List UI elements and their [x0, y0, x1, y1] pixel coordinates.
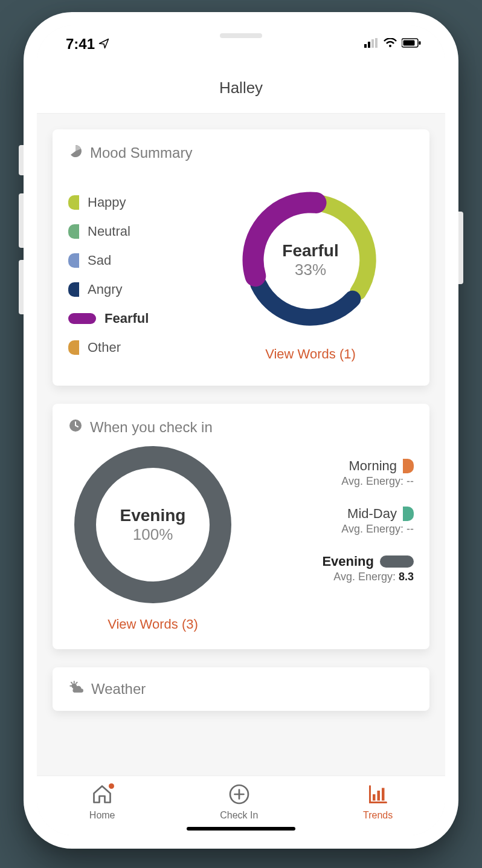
swatch-icon	[68, 195, 79, 210]
svg-rect-13	[382, 788, 385, 801]
weather-icon	[68, 679, 84, 699]
swatch-icon	[403, 459, 414, 473]
nav-trends[interactable]: Trends	[363, 783, 393, 821]
svg-rect-3	[375, 38, 378, 48]
legend-item-evening[interactable]: Evening Avg. Energy: 8.3	[249, 554, 414, 583]
legend-item-midday[interactable]: Mid-Day Avg. Energy: --	[249, 506, 414, 536]
energy-value: --	[406, 475, 414, 487]
card-title: When you check in	[90, 419, 213, 436]
donut-center-label: Evening	[120, 506, 186, 525]
legend-label: Evening	[322, 554, 374, 569]
svg-rect-1	[368, 42, 370, 48]
legend-label: Morning	[349, 458, 397, 474]
legend-item-sad[interactable]: Sad	[68, 253, 195, 268]
card-title-row: Weather	[68, 679, 414, 699]
phone-side-button	[458, 212, 463, 284]
card-title-row: When you check in	[68, 418, 414, 436]
notification-dot-icon	[109, 783, 114, 789]
page-title: Halley	[37, 63, 445, 114]
nav-checkin[interactable]: Check In	[220, 783, 258, 821]
donut-center-label: Fearful	[282, 241, 338, 261]
swatch-icon	[68, 224, 79, 239]
phone-side-button	[19, 145, 24, 175]
checkin-donut-chart[interactable]: Evening 100%	[74, 446, 231, 603]
home-icon	[91, 783, 113, 808]
card-title-row: Mood Summary	[68, 144, 414, 162]
svg-rect-6	[403, 40, 415, 46]
mood-summary-card: Mood Summary Happy Neutral	[53, 129, 429, 386]
energy-value: --	[406, 523, 414, 535]
swatch-icon	[380, 555, 414, 568]
status-bar: 7:41	[37, 25, 445, 63]
clock-icon	[68, 418, 83, 436]
swatch-icon	[68, 253, 79, 268]
card-title: Weather	[91, 681, 146, 698]
swatch-icon	[68, 282, 79, 297]
status-time: 7:41	[66, 36, 109, 53]
legend-label: Other	[88, 340, 121, 355]
legend-item-fearful[interactable]: Fearful	[68, 311, 195, 326]
legend-item-other[interactable]: Other	[68, 340, 195, 355]
nav-home[interactable]: Home	[89, 783, 115, 821]
legend-label: Sad	[88, 253, 111, 268]
weather-card: Weather	[53, 667, 429, 711]
view-words-link[interactable]: View Words (1)	[265, 346, 356, 362]
svg-rect-12	[377, 791, 380, 801]
legend-sub: Avg. Energy: --	[249, 523, 414, 536]
mood-legend: Happy Neutral Sad Angry	[68, 172, 195, 369]
legend-sub: Avg. Energy: 8.3	[249, 571, 414, 583]
legend-label: Angry	[88, 282, 122, 297]
svg-rect-2	[371, 39, 374, 48]
bar-chart-icon	[367, 783, 389, 808]
svg-rect-11	[373, 794, 376, 801]
page-title-text: Halley	[219, 79, 263, 97]
nav-label: Home	[89, 810, 115, 821]
plus-circle-icon	[228, 783, 250, 808]
energy-value: 8.3	[399, 571, 414, 583]
phone-notch	[172, 25, 310, 46]
legend-label: Mid-Day	[347, 506, 397, 522]
legend-label: Neutral	[88, 224, 130, 239]
donut-center-pct: 100%	[133, 525, 173, 544]
legend-item-angry[interactable]: Angry	[68, 282, 195, 297]
mood-donut-chart[interactable]: Fearful 33%	[235, 184, 386, 335]
legend-item-happy[interactable]: Happy	[68, 195, 195, 210]
swatch-icon	[403, 507, 414, 521]
screen: 7:41 Halley	[37, 25, 445, 835]
legend-item-neutral[interactable]: Neutral	[68, 224, 195, 239]
phone-side-button	[19, 193, 24, 248]
home-indicator[interactable]	[187, 827, 295, 831]
battery-icon	[402, 38, 421, 50]
nav-label: Check In	[220, 810, 258, 821]
clock-text: 7:41	[66, 36, 95, 53]
donut-center-pct: 33%	[295, 261, 326, 279]
legend-sub: Avg. Energy: --	[249, 475, 414, 488]
cellular-icon	[364, 38, 379, 50]
svg-rect-7	[419, 41, 421, 45]
bottom-nav: Home Check In Trends	[37, 776, 445, 835]
svg-point-4	[389, 45, 391, 47]
phone-frame: 7:41 Halley	[24, 12, 458, 849]
checkin-legend: Morning Avg. Energy: -- Mid-Day Avg. Ene…	[249, 446, 414, 601]
wifi-icon	[384, 38, 397, 50]
view-words-link[interactable]: View Words (3)	[108, 617, 198, 632]
donut-center: Fearful 33%	[235, 184, 386, 335]
legend-label: Happy	[88, 195, 126, 210]
speaker-grille	[220, 33, 262, 38]
svg-rect-0	[364, 44, 367, 48]
pie-chart-icon	[68, 144, 83, 162]
legend-item-morning[interactable]: Morning Avg. Energy: --	[249, 458, 414, 488]
location-icon	[98, 36, 109, 53]
legend-label: Fearful	[104, 311, 149, 326]
card-title: Mood Summary	[90, 144, 192, 161]
phone-side-button	[19, 260, 24, 314]
status-icons	[364, 38, 421, 50]
swatch-icon	[68, 340, 79, 355]
nav-label: Trends	[363, 810, 393, 821]
checkin-card: When you check in Evening 100% View Word…	[53, 404, 429, 649]
content-scroll[interactable]: Mood Summary Happy Neutral	[37, 114, 445, 776]
swatch-icon	[68, 313, 96, 324]
